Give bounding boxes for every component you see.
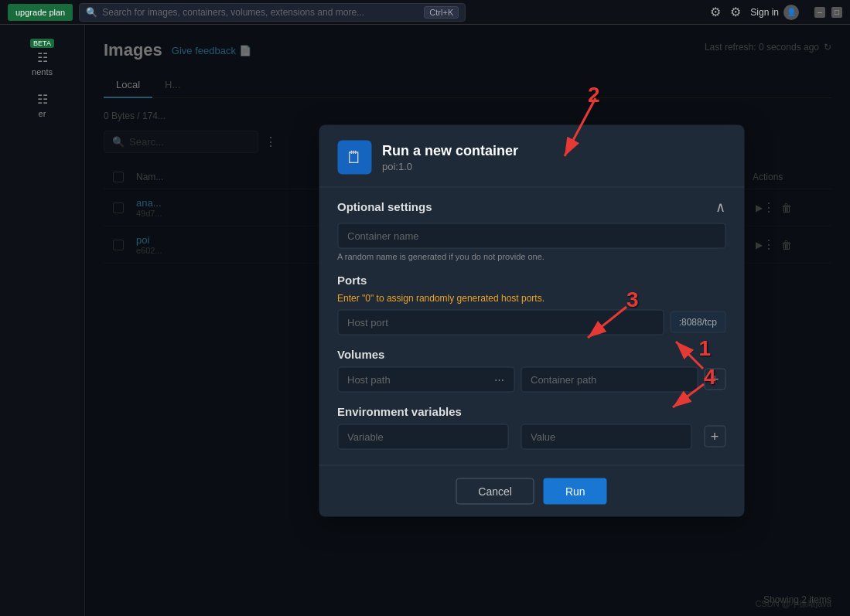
keyboard-shortcut: Ctrl+K [424, 6, 459, 19]
sign-in-button[interactable]: Sign in 👤 [750, 5, 799, 20]
optional-settings-title: Optional settings [337, 200, 432, 213]
main-layout: BETA ☷ nents ☷ er Images Give feedback 📄… [0, 25, 850, 616]
port-row: :8088/tcp [337, 309, 725, 335]
sidebar: BETA ☷ nents ☷ er [0, 25, 85, 616]
window-controls: – □ [814, 7, 842, 18]
avatar: 👤 [783, 5, 799, 20]
search-icon: 🔍 [86, 7, 97, 18]
add-env-button[interactable]: + [704, 426, 725, 448]
docker-cube-icon: 🗒 [337, 140, 371, 174]
container-name-input[interactable] [337, 223, 725, 248]
run-button[interactable]: Run [544, 478, 607, 504]
browse-icon[interactable]: ⋯ [494, 373, 504, 385]
top-bar-actions: ⚙ ⚙ Sign in 👤 – □ [710, 5, 842, 20]
cancel-button[interactable]: Cancel [456, 478, 534, 504]
search-placeholder-text: Search for images, containers, volumes, … [102, 7, 364, 18]
dialog-footer: Cancel Run [319, 465, 744, 516]
components-icon: ☷ [37, 50, 48, 65]
collapse-icon[interactable]: ∧ [715, 198, 725, 215]
container-path-input[interactable] [521, 366, 698, 392]
run-container-dialog: 🗒 Run a new container poi:1.0 Optional s… [319, 124, 744, 516]
value-input[interactable] [521, 424, 691, 449]
host-port-input[interactable] [337, 309, 664, 335]
volumes-section-title: Volumes [337, 335, 725, 366]
settings-icon[interactable]: ⚙ [710, 5, 721, 19]
main-content: Images Give feedback 📄 Last refresh: 0 s… [85, 25, 850, 616]
dialog-header: 🗒 Run a new container poi:1.0 [319, 124, 744, 187]
ports-section-title: Ports [337, 260, 725, 292]
sidebar-item-other[interactable]: ☷ er [0, 86, 84, 124]
host-path-placeholder: Host path [347, 373, 391, 385]
ports-hint: Enter "0" to assign randomly generated h… [337, 292, 725, 303]
global-search[interactable]: 🔍 Search for images, containers, volumes… [79, 3, 466, 22]
dialog-title: Run a new container [382, 142, 518, 158]
maximize-button[interactable]: □ [831, 7, 842, 18]
other-icon: ☷ [37, 92, 48, 107]
minimize-button[interactable]: – [814, 7, 825, 18]
variable-input[interactable] [337, 424, 508, 449]
beta-badge: BETA [30, 39, 54, 48]
sidebar-item-components[interactable]: BETA ☷ nents [0, 32, 84, 83]
dialog-subtitle: poi:1.0 [382, 160, 518, 172]
host-path-field[interactable]: Host path ⋯ [337, 366, 514, 392]
container-name-hint: A random name is generated if you do not… [337, 251, 725, 260]
env-section-title: Environment variables [337, 392, 725, 424]
env-row: + [337, 424, 725, 449]
add-volume-button[interactable]: + [704, 369, 725, 390]
volume-row: Host path ⋯ + [337, 366, 725, 392]
port-badge: :8088/tcp [671, 311, 725, 333]
signin-label: Sign in [750, 7, 779, 18]
sidebar-item-label2: er [39, 109, 46, 118]
upgrade-btn[interactable]: upgrade plan [8, 4, 73, 21]
gear-icon[interactable]: ⚙ [730, 5, 741, 19]
top-bar: upgrade plan 🔍 Search for images, contai… [0, 0, 850, 25]
sidebar-item-label: nents [32, 67, 53, 77]
optional-settings-header[interactable]: Optional settings ∧ [319, 187, 744, 223]
dialog-body: A random name is generated if you do not… [319, 223, 744, 465]
